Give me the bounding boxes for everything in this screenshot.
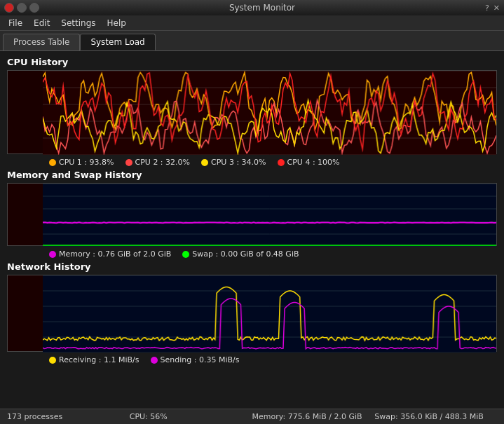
cpu2-dot (125, 159, 132, 166)
mem-legend-2: Swap : 0.00 GiB of 0.48 GiB (182, 249, 299, 259)
cpu-legend: CPU 1 : 93.8% CPU 2 : 32.0% CPU 3 : 34.0… (7, 156, 497, 170)
window-title: System Monitor (39, 3, 485, 13)
tab-bar: Process Table System Load (0, 31, 504, 51)
net-legend-2: Sending : 0.35 MiB/s (151, 355, 240, 364)
menu-file[interactable]: File (3, 17, 28, 29)
memory-section-title: Memory and Swap History (7, 170, 497, 180)
cpu-legend-3: CPU 3 : 34.0% (201, 158, 266, 167)
receiving-dot (49, 357, 56, 364)
cpu-chart (7, 70, 497, 154)
menu-edit[interactable]: Edit (28, 17, 55, 29)
statusbar: 173 processes CPU: 56% Memory: 775.6 MiB… (0, 409, 504, 424)
minimize-button[interactable] (17, 3, 27, 13)
close-icon[interactable]: ✕ (493, 4, 500, 13)
menu-help[interactable]: Help (102, 17, 132, 29)
close-button[interactable] (4, 3, 14, 13)
menu-settings[interactable]: Settings (55, 17, 101, 29)
network-section-title: Network History (7, 261, 497, 272)
swap-dot (182, 251, 189, 258)
cpu1-dot (49, 159, 56, 166)
cpu3-dot (201, 159, 208, 166)
sending-dot (151, 357, 158, 364)
main-content: CPU History 100% 80% 60% 40% 20% 0% CPU … (0, 51, 504, 409)
cpu-legend-4: CPU 4 : 100% (278, 158, 340, 167)
mem-legend-1: Memory : 0.76 GiB of 2.0 GiB (49, 249, 171, 259)
window-controls (4, 3, 39, 13)
title-bar-right: ? ✕ (485, 4, 500, 13)
cpu-legend-2: CPU 2 : 32.0% (125, 158, 191, 167)
cpu-legend-1: CPU 1 : 93.8% (49, 158, 114, 167)
status-processes: 173 processes (7, 412, 130, 421)
cpu-chart-wrapper: 100% 80% 60% 40% 20% 0% (7, 70, 497, 154)
status-cpu: CPU: 56% (130, 412, 252, 421)
memory-chart (7, 183, 497, 246)
cpu-section-title: CPU History (7, 57, 497, 67)
cpu4-dot (278, 159, 285, 166)
network-chart (7, 275, 497, 352)
maximize-button[interactable] (29, 3, 39, 13)
net-legend-1: Receiving : 1.1 MiB/s (49, 355, 139, 364)
memory-legend: Memory : 0.76 GiB of 2.0 GiB Swap : 0.00… (7, 247, 497, 261)
tab-system-load[interactable]: System Load (80, 34, 155, 50)
status-memory: Memory: 775.6 MiB / 2.0 GiB (252, 412, 375, 421)
menubar: File Edit Settings Help (0, 15, 504, 31)
mem-dot (49, 251, 56, 258)
network-chart-wrapper: 6.0 MiB/s 4.8 MiB/s 3.6 MiB/s 2.4 MiB/s … (7, 275, 497, 352)
memory-chart-wrapper: 2.0 GiB 1.6 GiB 1.2 GiB 0.8 GiB 0.4 GiB … (7, 183, 497, 246)
help-icon[interactable]: ? (485, 4, 489, 13)
status-swap: Swap: 356.0 KiB / 488.3 MiB (374, 412, 497, 421)
network-legend: Receiving : 1.1 MiB/s Sending : 0.35 MiB… (7, 353, 497, 367)
title-bar: System Monitor ? ✕ (0, 0, 504, 15)
tab-process-table[interactable]: Process Table (3, 34, 80, 50)
